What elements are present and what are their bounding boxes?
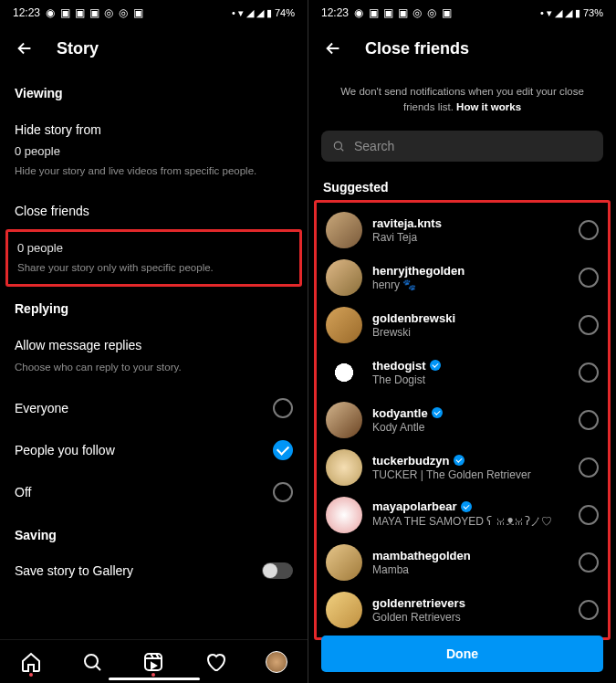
home-icon[interactable]: [20, 651, 42, 673]
allow-replies-row: Allow message replies Choose who can rep…: [0, 325, 308, 387]
search-icon: [332, 140, 345, 152]
reels-icon[interactable]: [142, 651, 164, 673]
status-time: 12:23: [13, 6, 40, 19]
friend-row[interactable]: mayapolarbearMAYA THE SAMOYED ʕ ꈍᴥꈍʔノ♡: [317, 491, 608, 539]
back-arrow-icon[interactable]: [323, 38, 343, 58]
reply-option-label: Everyone: [15, 401, 68, 415]
friend-username: mayapolarbear: [372, 499, 569, 513]
search-icon[interactable]: [81, 651, 103, 673]
section-replying: Replying: [0, 287, 308, 325]
signal-icon: ◢: [256, 7, 264, 19]
friend-username: henryjthegolden: [372, 264, 569, 278]
friend-username: thedogist: [372, 359, 569, 373]
search-input[interactable]: [354, 139, 592, 153]
reply-option-label: People you follow: [15, 443, 115, 457]
friend-username: kodyantle: [372, 406, 569, 420]
radio-icon[interactable]: [273, 482, 293, 502]
activity-icon[interactable]: [204, 651, 226, 673]
close-friends-sub: Share your story only with specific peop…: [17, 260, 290, 275]
status-bar: 12:23 ◉▣▣▣◎◎▣ • ▾ ◢ ◢ ▮ 73%: [308, 0, 616, 26]
select-radio[interactable]: [579, 410, 599, 430]
friend-avatar: [326, 212, 362, 248]
hide-story-row[interactable]: Hide story from 0 people Hide your story…: [0, 110, 308, 191]
suggested-label: Suggested: [308, 169, 616, 200]
battery-percent: 74%: [275, 7, 295, 18]
svg-point-2: [334, 142, 341, 149]
hide-story-title: Hide story from: [15, 122, 293, 137]
allow-replies-title: Allow message replies: [15, 338, 293, 352]
section-saving: Saving: [0, 513, 308, 552]
section-viewing: Viewing: [0, 71, 308, 110]
verified-icon: [430, 360, 441, 371]
status-separator: •: [540, 7, 544, 18]
profile-icon[interactable]: [266, 651, 287, 673]
friend-row[interactable]: kodyantleKody Antle: [317, 396, 608, 444]
friend-displayname: TUCKER | The Golden Retriever: [372, 468, 569, 481]
done-button[interactable]: Done: [321, 636, 603, 672]
friend-avatar: [326, 259, 362, 296]
status-separator: •: [232, 7, 235, 18]
back-arrow-icon[interactable]: [15, 38, 35, 58]
select-radio[interactable]: [579, 505, 599, 525]
verified-icon: [454, 455, 465, 466]
friend-row[interactable]: thedogistThe Dogist: [317, 349, 608, 396]
reply-option[interactable]: Off: [0, 471, 308, 513]
allow-replies-sub: Choose who can reply to your story.: [15, 360, 293, 374]
radio-icon[interactable]: [273, 398, 293, 418]
friend-avatar: [326, 449, 362, 486]
battery-icon: ▮: [575, 7, 580, 19]
close-friends-row[interactable]: 0 people Share your story only with spec…: [8, 232, 299, 284]
signal-icon: ◢: [555, 7, 562, 19]
page-title: Story: [57, 39, 99, 58]
friend-username: goldenbrewski: [372, 311, 569, 325]
friend-displayname: Brewski: [372, 326, 569, 339]
signal-icon: ◢: [565, 7, 572, 19]
friend-username: mambathegolden: [372, 549, 569, 562]
select-radio[interactable]: [579, 315, 599, 335]
friend-row[interactable]: raviteja.kntsRavi Teja: [317, 206, 608, 254]
friend-avatar: [326, 497, 362, 533]
signal-icon: ◢: [246, 7, 254, 19]
friend-row[interactable]: tuckerbudzynTUCKER | The Golden Retrieve…: [317, 444, 608, 491]
friend-row[interactable]: goldenbrewskiBrewski: [317, 301, 608, 349]
friend-displayname: The Dogist: [372, 373, 569, 386]
friend-username: raviteja.knts: [372, 216, 569, 230]
close-friends-value: 0 people: [17, 241, 290, 255]
save-gallery-label: Save story to Gallery: [15, 563, 133, 578]
header: Story: [0, 26, 308, 71]
save-gallery-toggle[interactable]: [262, 562, 293, 579]
friend-displayname: Ravi Teja: [372, 231, 569, 244]
friends-list-highlight: raviteja.kntsRavi Tejahenryjthegoldenhen…: [314, 200, 611, 640]
bottom-nav: [0, 639, 308, 683]
select-radio[interactable]: [579, 457, 599, 478]
status-time: 12:23: [321, 6, 349, 19]
select-radio[interactable]: [579, 363, 599, 383]
friend-row[interactable]: mambathegoldenMamba: [317, 539, 608, 586]
save-gallery-row[interactable]: Save story to Gallery: [0, 552, 308, 590]
friend-row[interactable]: goldenretrieversGolden Retrievers: [317, 586, 608, 634]
close-friends-highlight: 0 people Share your story only with spec…: [5, 229, 302, 287]
how-it-works-link[interactable]: How it works: [456, 101, 521, 112]
reply-option[interactable]: Everyone: [0, 387, 308, 429]
wifi-icon: ▾: [238, 7, 244, 19]
reply-option[interactable]: People you follow: [0, 429, 308, 471]
select-radio[interactable]: [579, 220, 599, 240]
friend-displayname: Mamba: [372, 563, 569, 576]
radio-icon[interactable]: [273, 440, 293, 460]
friend-displayname: Golden Retrievers: [372, 611, 569, 624]
friend-avatar: [326, 544, 362, 581]
select-radio[interactable]: [579, 600, 599, 620]
status-notification-icons: ◉▣▣▣◎◎▣: [353, 7, 452, 18]
select-radio[interactable]: [579, 552, 599, 573]
status-bar: 12:23 ◉▣▣▣◎◎▣ • ▾ ◢ ◢ ▮ 74%: [0, 0, 308, 26]
subtitle: We don't send notifications when you edi…: [308, 71, 616, 125]
verified-icon: [461, 501, 472, 512]
friend-avatar: [326, 354, 362, 391]
wifi-icon: ▾: [547, 7, 552, 19]
select-radio[interactable]: [579, 268, 599, 288]
search-bar[interactable]: [321, 131, 603, 162]
story-settings-screen: 12:23 ◉▣▣▣◎◎▣ • ▾ ◢ ◢ ▮ 74% Story Viewin…: [0, 0, 308, 683]
friend-row[interactable]: henryjthegoldenhenry 🐾: [317, 254, 608, 301]
status-notification-icons: ◉▣▣▣◎◎▣: [45, 7, 143, 18]
hide-story-value: 0 people: [15, 144, 293, 158]
